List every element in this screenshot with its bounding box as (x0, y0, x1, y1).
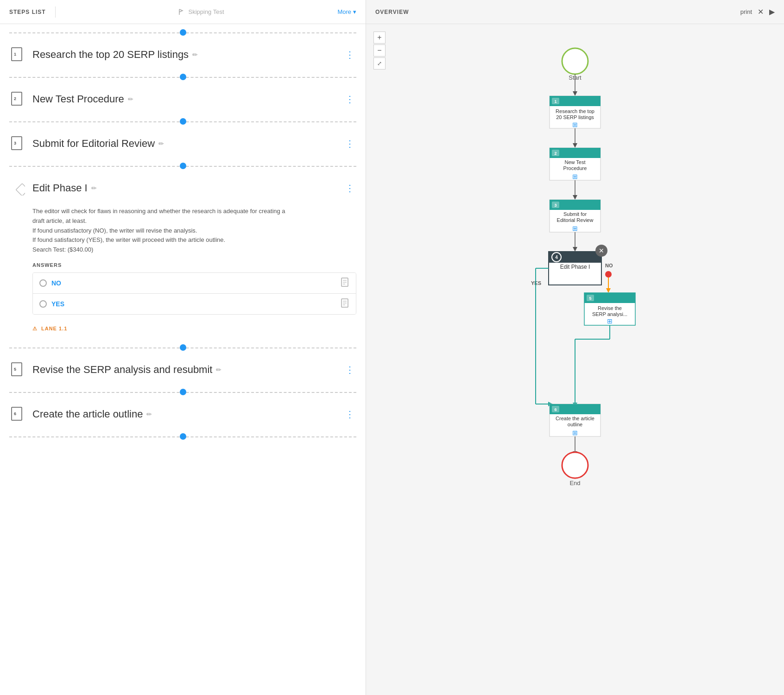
svg-text:⊞: ⊞ (572, 173, 578, 180)
svg-text:Edit Phase I: Edit Phase I (560, 264, 590, 270)
close-icon[interactable]: ✕ (758, 7, 764, 16)
svg-marker-34 (573, 195, 577, 200)
svg-text:1: 1 (14, 52, 16, 57)
step-4-edit-icon[interactable]: ✏ (91, 184, 97, 192)
svg-text:5: 5 (14, 367, 16, 372)
connector-6 (0, 384, 366, 400)
svg-text:4: 4 (555, 255, 558, 260)
svg-text:Revise the: Revise the (598, 305, 622, 311)
svg-text:20 SERP listings: 20 SERP listings (556, 114, 594, 120)
zoom-out-button[interactable]: − (373, 44, 386, 57)
svg-marker-54 (606, 288, 611, 293)
step-5-edit-icon[interactable]: ✏ (216, 366, 221, 373)
svg-text:✕: ✕ (599, 247, 604, 254)
header-middle-text: Skipping Test (188, 8, 224, 15)
steps-list-panel: STEPS LIST Skipping Test More ▾ (0, 0, 366, 695)
overview-diagram-area: + − ⤢ Start 1 Research the top 20 SERP l… (366, 24, 784, 695)
answer-row-no: NO (33, 273, 356, 294)
svg-text:Create the article: Create the article (556, 416, 594, 421)
svg-text:YES: YES (531, 280, 541, 286)
step-2-menu-icon[interactable]: ⋮ (343, 92, 356, 107)
step-4-icon (9, 180, 26, 196)
svg-text:⊞: ⊞ (572, 121, 578, 128)
svg-text:3: 3 (554, 203, 556, 208)
overview-title: OVERVIEW (375, 9, 740, 15)
zoom-in-button[interactable]: + (373, 32, 386, 44)
svg-rect-0 (12, 48, 22, 61)
connector-3 (0, 113, 366, 130)
step-5-icon: 5 (9, 361, 26, 378)
step-3-edit-icon[interactable]: ✏ (158, 140, 164, 147)
svg-point-80 (562, 452, 588, 478)
svg-marker-43 (573, 247, 577, 252)
svg-text:⊞: ⊞ (607, 317, 613, 325)
answer-yes-doc-icon[interactable] (341, 298, 349, 310)
svg-rect-2 (12, 92, 22, 105)
svg-text:2: 2 (14, 96, 16, 101)
step-1-edit-icon[interactable]: ✏ (192, 51, 198, 58)
add-step-dot-0[interactable] (180, 29, 186, 36)
add-step-dot-1[interactable] (180, 74, 186, 80)
step-item-1: 1 Research the top 20 SERP listings ✏ ⋮ (0, 41, 366, 69)
svg-text:New Test: New Test (564, 159, 585, 165)
step-item-5: 5 Revise the SERP analysis and resubmit … (0, 356, 366, 384)
more-button[interactable]: More ▾ (337, 8, 356, 15)
step-item-6: 6 Create the article outline ✏ ⋮ (0, 400, 366, 428)
chevron-down-icon: ▾ (353, 8, 356, 15)
connector-7 (0, 428, 366, 445)
svg-text:6: 6 (554, 407, 556, 412)
answer-no-radio[interactable] (39, 279, 47, 287)
answer-yes-text: YES (51, 300, 336, 308)
step-1-icon: 1 (9, 46, 26, 63)
step-6-title: Create the article outline ✏ (32, 408, 337, 420)
svg-rect-4 (12, 137, 22, 150)
step-3-icon: 3 (9, 135, 26, 152)
step-3-menu-icon[interactable]: ⋮ (343, 136, 356, 151)
add-step-dot-6[interactable] (180, 433, 186, 440)
step-4-description: The editor will check for flaws in reaso… (32, 207, 356, 255)
step-1-title: Research the top 20 SERP listings ✏ (32, 49, 337, 61)
svg-text:Research the top: Research the top (556, 108, 594, 114)
step-4-title: Edit Phase I ✏ (32, 182, 337, 194)
right-panel-header: OVERVIEW print ✕ ▶ (366, 0, 784, 24)
print-button[interactable]: print (740, 8, 752, 15)
expand-icon[interactable]: ▶ (769, 7, 775, 16)
flow-diagram-svg: Start 1 Research the top 20 SERP listing… (487, 38, 663, 663)
add-step-dot-4[interactable] (180, 344, 186, 351)
svg-marker-16 (573, 91, 577, 96)
flag-icon (178, 8, 185, 16)
answer-no-doc-icon[interactable] (341, 278, 349, 289)
step-1-menu-icon[interactable]: ⋮ (343, 47, 356, 62)
svg-rect-9 (12, 363, 22, 376)
svg-text:End: End (569, 480, 580, 486)
header-divider (55, 6, 56, 18)
connector-4 (0, 158, 366, 174)
overview-panel: OVERVIEW print ✕ ▶ + − ⤢ Start (366, 0, 784, 695)
step-6-edit-icon[interactable]: ✏ (146, 411, 152, 418)
step-2-edit-icon[interactable]: ✏ (128, 95, 133, 103)
add-step-dot-3[interactable] (180, 163, 186, 169)
step-4-expanded-content: The editor will check for flaws in reaso… (9, 203, 356, 339)
step-5-menu-icon[interactable]: ⋮ (343, 362, 356, 377)
fit-button[interactable]: ⤢ (373, 57, 386, 70)
add-step-dot-5[interactable] (180, 389, 186, 395)
connector-5 (0, 339, 366, 356)
add-step-dot-2[interactable] (180, 118, 186, 125)
step-item-2: 2 New Test Procedure ✏ ⋮ (0, 85, 366, 113)
lane-1-1-label: ⚠ LANE 1.1 (32, 322, 356, 332)
svg-text:NO: NO (605, 263, 613, 268)
step-4-menu-icon[interactable]: ⋮ (343, 181, 356, 196)
svg-point-52 (605, 271, 612, 278)
svg-text:3: 3 (14, 141, 16, 145)
step-6-icon: 6 (9, 406, 26, 423)
step-item-3: 3 Submit for Editorial Review ✏ ⋮ (0, 130, 366, 158)
svg-text:SERP analysi...: SERP analysi... (592, 311, 627, 317)
answer-yes-radio[interactable] (39, 300, 47, 308)
step-6-menu-icon[interactable]: ⋮ (343, 407, 356, 422)
answer-no-text: NO (51, 279, 336, 287)
warning-icon: ⚠ (32, 326, 38, 332)
svg-text:⊞: ⊞ (572, 225, 578, 232)
svg-text:Editorial Review: Editorial Review (557, 217, 594, 223)
zoom-controls: + − ⤢ (373, 32, 386, 70)
steps-content-area: 1 Research the top 20 SERP listings ✏ ⋮ (0, 24, 366, 695)
